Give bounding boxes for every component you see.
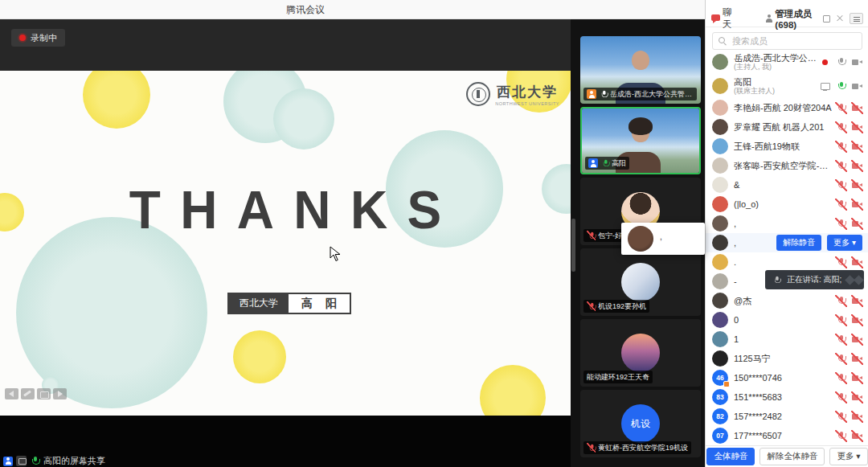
mic-muted-icon[interactable] [836, 257, 846, 268]
camera-muted-icon[interactable] [852, 392, 862, 403]
mic-muted-icon[interactable] [836, 141, 846, 152]
member-row[interactable]: 高阳 (联席主持人) [706, 74, 868, 98]
camera-muted-icon[interactable] [852, 141, 862, 152]
member-row[interactable]: , 解除静音更多 ▾ [706, 233, 868, 252]
member-row[interactable]: 王锋-西航19物联 [706, 137, 868, 156]
avatar: 46 [712, 370, 728, 386]
chat-icon [711, 14, 719, 23]
camera-muted-icon[interactable] [852, 257, 862, 268]
camera-muted-icon[interactable] [852, 315, 862, 326]
video-tile[interactable]: 岳成浩-西北大学公共管理学院 [580, 36, 701, 104]
member-name: 151****5683 [734, 392, 833, 402]
mic-muted-icon[interactable] [836, 296, 846, 306]
camera-muted-icon[interactable] [852, 431, 862, 441]
mic-muted-icon[interactable] [836, 354, 846, 364]
previous-slide-icon[interactable] [5, 388, 18, 399]
member-name: . [734, 257, 833, 267]
participant-name: 机设192要孙机 [598, 301, 646, 312]
member-row[interactable]: 张客嗥-西安航空学院-飞行器设计 [706, 156, 868, 175]
camera-muted-icon[interactable] [852, 373, 862, 383]
camera-muted-icon[interactable] [852, 354, 862, 364]
mic-muted-icon[interactable] [836, 334, 846, 345]
member-name: 150****0746 [734, 373, 833, 383]
video-tile[interactable]: 机设192要孙机 [580, 248, 701, 316]
member-row[interactable]: 82 157****2482 [706, 407, 868, 426]
camera-muted-icon[interactable] [852, 296, 862, 306]
video-tile[interactable]: 能动建环192王天奇 [580, 319, 701, 387]
mic-active-icon[interactable] [836, 81, 846, 92]
camera-icon[interactable] [852, 81, 862, 92]
camera-muted-icon[interactable] [852, 219, 862, 229]
avatar [712, 54, 728, 70]
member-row[interactable]: . [706, 252, 868, 272]
member-row[interactable]: 83 151****5683 [706, 387, 868, 407]
member-row[interactable]: 罗章耀 西航 机器人201 [706, 117, 868, 137]
panel-collapse-handle[interactable] [571, 219, 575, 272]
mic-muted-icon[interactable] [836, 392, 846, 403]
camera-muted-icon[interactable] [852, 199, 862, 210]
watercolor-circle [273, 88, 334, 150]
slide-title: THANKS [0, 179, 571, 241]
member-row[interactable]: 1125马宁 [706, 349, 868, 368]
mic-muted-icon[interactable] [836, 412, 846, 422]
member-name: @杰 [734, 296, 833, 305]
mic-muted-icon[interactable] [836, 161, 846, 171]
participant-avatar [621, 263, 660, 301]
member-row[interactable]: & [706, 175, 868, 195]
camera-muted-icon[interactable] [852, 180, 862, 190]
mic-muted-icon[interactable] [836, 103, 846, 113]
mic-muted-icon[interactable] [836, 219, 846, 229]
mic-muted-icon[interactable] [836, 431, 846, 441]
mic-icon[interactable] [836, 57, 846, 68]
member-row[interactable]: 岳成浩-西北大学公共管理学院 (主持人, 我) [706, 50, 868, 74]
mic-muted-icon[interactable] [836, 199, 846, 210]
search-icon [719, 37, 727, 46]
member-more-button[interactable]: 更多 ▾ [827, 235, 862, 251]
camera-muted-icon[interactable] [852, 412, 862, 422]
tab-chat[interactable]: 聊天 [711, 6, 737, 31]
mic-muted-icon[interactable] [836, 315, 846, 326]
member-row[interactable]: 0 [706, 310, 868, 330]
member-status-icons [836, 412, 862, 422]
pen-tool-icon[interactable] [21, 388, 35, 399]
video-tile[interactable]: 高阳 [580, 107, 701, 174]
member-name: 0 [734, 315, 833, 325]
member-row[interactable]: (|lo_o) [706, 195, 868, 214]
camera-muted-icon[interactable] [852, 122, 862, 133]
unmute-member-button[interactable]: 解除静音 [776, 235, 821, 251]
mic-muted-icon[interactable] [836, 122, 846, 133]
member-row[interactable]: , [706, 214, 868, 233]
member-hover-popup: , [621, 223, 705, 255]
member-name: 李艳娟-西航 20财管204A [734, 103, 833, 113]
member-name: (|lo_o) [734, 199, 833, 209]
avatar [712, 100, 728, 116]
next-slide-icon[interactable] [53, 388, 67, 399]
tab-manage-members[interactable]: 管理成员(698) [764, 8, 823, 30]
member-row[interactable]: 1 [706, 330, 868, 349]
mouse-cursor [330, 246, 341, 265]
member-row[interactable]: 07 177****6507 [706, 426, 868, 445]
slide-panel-icon[interactable] [37, 388, 51, 399]
member-role-icon [587, 89, 596, 99]
video-tile[interactable]: 机设 黄虹桥-西安航空学院19机设 [580, 390, 701, 457]
camera-muted-icon[interactable] [852, 334, 862, 345]
member-row[interactable]: 46 150****0746 [706, 368, 868, 387]
speaking-toast: 正在讲话: 高阳; [765, 270, 864, 289]
close-panel-icon[interactable] [837, 15, 843, 22]
unmute-all-button[interactable]: 解除全体静音 [760, 448, 825, 465]
panel-menu-icon[interactable] [850, 13, 863, 24]
mic-muted-icon[interactable] [836, 373, 846, 383]
member-status-icons [836, 392, 862, 403]
camera-muted-icon[interactable] [852, 103, 862, 113]
camera-icon[interactable] [852, 57, 862, 68]
camera-muted-icon[interactable] [852, 161, 862, 171]
mic-muted-icon[interactable] [836, 180, 846, 190]
member-row[interactable]: 李艳娟-西航 20财管204A [706, 98, 868, 117]
search-input[interactable] [712, 32, 862, 50]
footer-more-button[interactable]: 更多 ▾ [829, 448, 867, 465]
screen-share-icon[interactable] [820, 81, 830, 92]
member-row[interactable]: @杰 [706, 291, 868, 310]
popout-panel-icon[interactable] [823, 15, 830, 23]
member-status-icons [836, 161, 862, 171]
mute-all-button[interactable]: 全体静音 [706, 448, 755, 465]
